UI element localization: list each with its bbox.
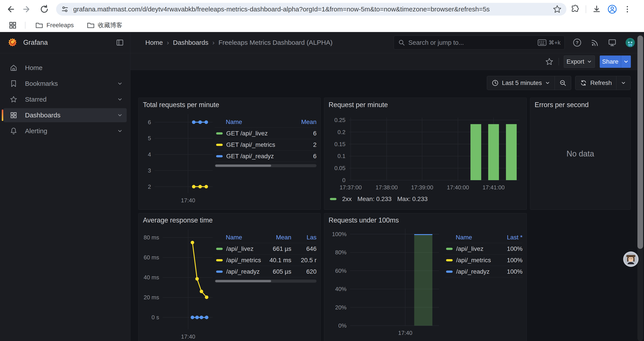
svg-text:0.2: 0.2: [338, 129, 346, 135]
panel-title[interactable]: Request per minute: [324, 98, 526, 110]
legend-col-mean[interactable]: Mean: [288, 119, 316, 126]
legend-scrollbar-thumb[interactable]: [215, 165, 271, 167]
sidebar-item-home[interactable]: Home: [4, 61, 127, 75]
zoom-out-button[interactable]: [554, 76, 571, 90]
legend-scrollbar[interactable]: [215, 164, 316, 167]
panel-title[interactable]: Errors per second: [530, 98, 630, 110]
series-name[interactable]: /api/_readyz: [226, 268, 260, 275]
series-name[interactable]: GET /api/_readyz: [226, 153, 274, 160]
help-icon[interactable]: ?: [572, 38, 582, 47]
panel-average-response-time: Average response time 0 s20 ms40 ms60 ms…: [138, 213, 321, 341]
time-range-picker[interactable]: Last 5 minutes: [487, 76, 554, 90]
user-avatar[interactable]: [625, 38, 635, 48]
series-name[interactable]: /api/_livez: [226, 245, 254, 252]
site-settings-icon[interactable]: [60, 5, 69, 14]
breadcrumb-home[interactable]: Home: [145, 39, 163, 46]
legend-scrollbar[interactable]: [215, 279, 316, 283]
chevron-down-icon: [545, 80, 550, 86]
request-per-minute-chart[interactable]: 00.050.10.150.20.2517:37:0017:38:0017:39…: [328, 110, 523, 194]
chevron-down-icon[interactable]: [117, 112, 123, 118]
grafana-logo: [8, 38, 18, 48]
legend-scrollbar-thumb[interactable]: [215, 280, 271, 282]
svg-text:40 ms: 40 ms: [144, 274, 159, 281]
forward-button[interactable]: [20, 2, 34, 16]
extensions-icon[interactable]: [570, 5, 580, 14]
assistant-avatar[interactable]: [623, 251, 638, 267]
total-requests-chart[interactable]: 2345617:40: [142, 110, 215, 205]
reload-button[interactable]: [37, 2, 51, 16]
bookmark-folder-blogs[interactable]: 收藏博客: [83, 19, 126, 31]
star-dashboard-icon[interactable]: [545, 57, 554, 66]
keyboard-icon: [538, 39, 546, 46]
svg-text:17:40:00: 17:40:00: [447, 184, 469, 191]
series-name[interactable]: /api/_readyz: [456, 268, 490, 275]
legend-row: /api/_readyz 100%: [445, 266, 522, 277]
legend-col-mean[interactable]: Mean: [263, 234, 291, 241]
search-input[interactable]: Search or jump to... ⌘+k: [394, 36, 565, 50]
series-name[interactable]: GET /api/_livez: [226, 130, 268, 137]
dashboards-grid-icon: [10, 111, 18, 119]
monitor-icon[interactable]: [608, 38, 617, 47]
panel-title[interactable]: Requests under 100ms: [324, 213, 526, 225]
legend-col-name[interactable]: Name: [445, 234, 494, 241]
series-name[interactable]: /api/_metrics: [456, 257, 491, 264]
chevron-down-icon[interactable]: [117, 128, 123, 134]
series-swatch: [446, 248, 453, 250]
apps-grid-button[interactable]: [6, 18, 20, 32]
bookmarks-bar: Freeleaps 收藏博客: [0, 19, 644, 32]
grafana-nav-left: Grafana: [0, 32, 130, 53]
series-name[interactable]: 2xx: [342, 195, 352, 203]
series-name[interactable]: /api/_livez: [456, 245, 484, 252]
toolbar-actions: [570, 4, 632, 14]
svg-text:100%: 100%: [332, 231, 347, 237]
back-button[interactable]: [3, 2, 17, 16]
sidebar-item-bookmarks[interactable]: Bookmarks: [4, 77, 127, 91]
time-range-label: Last 5 minutes: [502, 80, 542, 87]
chevron-down-icon[interactable]: [117, 81, 123, 87]
share-button[interactable]: Share: [600, 56, 621, 68]
download-icon[interactable]: [592, 5, 602, 14]
legend-col-last[interactable]: Last *: [494, 234, 522, 241]
share-caret-button[interactable]: [621, 56, 631, 68]
bookmark-star-icon[interactable]: [552, 5, 562, 14]
refresh-interval-caret[interactable]: [616, 76, 630, 90]
breadcrumb-dashboards[interactable]: Dashboards: [173, 39, 208, 46]
bookmark-folder-freeleaps[interactable]: Freeleaps: [32, 19, 78, 31]
legend-col-name[interactable]: Name: [215, 234, 263, 241]
export-button[interactable]: Export: [564, 56, 595, 68]
series-name[interactable]: GET /api/_metrics: [226, 141, 275, 148]
breadcrumb-current: Freeleaps Metrics Dashboard (ALPHA): [218, 39, 332, 46]
sidebar-item-label: Bookmarks: [25, 80, 117, 87]
time-picker-group: Last 5 minutes: [487, 76, 571, 90]
svg-text:20 ms: 20 ms: [144, 294, 159, 301]
svg-text:0.05: 0.05: [334, 165, 346, 171]
series-name[interactable]: /api/_metrics: [226, 257, 261, 264]
legend-header: Name Last *: [445, 232, 522, 243]
url-text[interactable]: grafana.mathmast.com/d/deytv4rwavabkb/fr…: [73, 6, 552, 13]
legend-col-last[interactable]: Las: [291, 234, 316, 241]
kebab-menu-icon[interactable]: [623, 5, 632, 14]
page-scrollbar-thumb[interactable]: [638, 36, 643, 249]
news-rss-icon[interactable]: [590, 38, 599, 47]
dock-sidebar-icon[interactable]: [116, 38, 124, 47]
bookmark-folder-label: 收藏博客: [98, 21, 122, 30]
sidebar-item-alerting[interactable]: Alerting: [4, 124, 127, 138]
legend-col-name[interactable]: Name: [215, 119, 288, 126]
legend-row: GET /api/_metrics 2: [215, 139, 316, 151]
svg-text:0: 0: [342, 177, 346, 183]
series-swatch: [216, 259, 223, 261]
url-bar[interactable]: grafana.mathmast.com/d/deytv4rwavabkb/fr…: [56, 3, 566, 16]
panel-title[interactable]: Total requests per minute: [138, 98, 320, 110]
chevron-down-icon[interactable]: [117, 97, 123, 102]
average-response-time-chart[interactable]: 0 s20 ms40 ms60 ms80 ms17:40: [142, 225, 215, 341]
dashboard-actions-bar: Export Share: [130, 53, 644, 70]
sidebar-item-starred[interactable]: Starred: [4, 92, 127, 106]
panel-title[interactable]: Average response time: [138, 213, 320, 225]
sidebar-item-dashboards[interactable]: Dashboards: [4, 108, 127, 122]
profile-icon[interactable]: [607, 4, 617, 14]
requests-under-100ms-chart[interactable]: 0%20%40%60%80%100%17:40: [328, 225, 442, 339]
apps-grid-icon: [8, 21, 17, 30]
grafana-sidebar: Home Bookmarks Starred Dashboards Alerti…: [0, 53, 130, 341]
series-mean: 605 µs: [263, 268, 291, 275]
refresh-button[interactable]: Refresh: [576, 76, 616, 90]
